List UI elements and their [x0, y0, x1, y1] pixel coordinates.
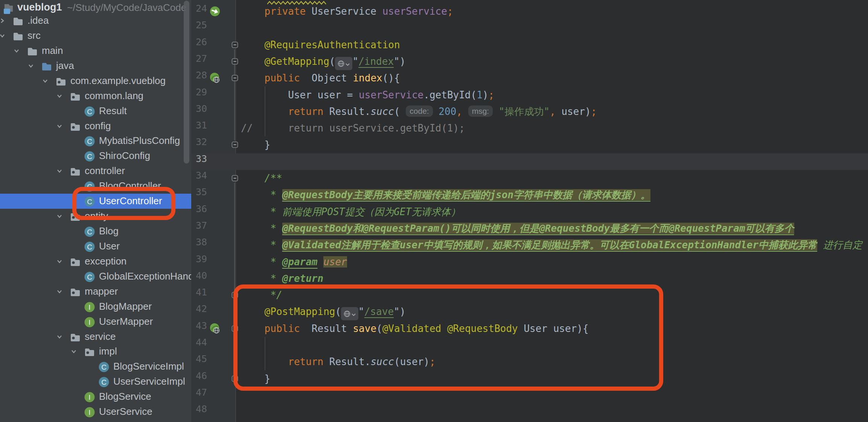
line-number-47[interactable]: 47: [187, 387, 207, 398]
code-line-34[interactable]: /**: [241, 170, 282, 187]
line-number-39[interactable]: 39: [187, 254, 207, 265]
chevron-down-icon[interactable]: [56, 92, 63, 100]
code-line-36[interactable]: * 前端使用POST提交（因为GET无请求体）: [241, 203, 460, 220]
chevron-down-icon[interactable]: [56, 122, 63, 130]
code-line-40[interactable]: * @return: [241, 270, 323, 287]
code-line-26[interactable]: @RequiresAuthentication: [241, 37, 400, 53]
line-number-24[interactable]: 24: [187, 3, 207, 14]
line-number-31[interactable]: 31: [187, 120, 207, 131]
tree-item-exception[interactable]: exception: [0, 254, 191, 269]
tree-item-config[interactable]: config: [0, 119, 191, 134]
code-line-46[interactable]: }: [241, 370, 270, 387]
tree-item-Blog[interactable]: CBlog: [0, 224, 191, 239]
code-line-43[interactable]: public Result save(@Validated @RequestBo…: [241, 320, 589, 337]
mapping-url-chip[interactable]: [335, 57, 352, 70]
fold-close-marker[interactable]: [231, 375, 239, 383]
tree-item-BlogController[interactable]: CBlogController: [0, 179, 191, 194]
mapping-icon[interactable]: [209, 323, 221, 334]
tree-item-impl[interactable]: impl: [0, 344, 191, 359]
code-line-38[interactable]: * @Validated注解用于检查user中填写的规则，如果不满足则抛出异常。…: [241, 237, 862, 253]
mapping-url-chip[interactable]: [341, 307, 358, 320]
tree-item-com-example-vueblog[interactable]: com.example.vueblog: [0, 73, 191, 89]
code-line-29[interactable]: User user = userService.getById(1);: [241, 87, 494, 103]
chevron-down-icon[interactable]: [27, 62, 35, 70]
fold-open-marker[interactable]: [231, 324, 239, 333]
code-line-39[interactable]: * @param user: [241, 254, 347, 270]
chevron-down-icon[interactable]: [0, 32, 6, 40]
tree-item-MybatisPlusConfig[interactable]: CMybatisPlusConfig: [0, 133, 191, 148]
code-line-42[interactable]: @PostMapping("/save"): [241, 303, 405, 320]
line-number-41[interactable]: 41: [187, 287, 207, 298]
chevron-down-icon[interactable]: [56, 288, 63, 295]
code-line-32[interactable]: }: [241, 136, 270, 153]
line-number-27[interactable]: 27: [187, 53, 207, 64]
chevron-down-icon[interactable]: [56, 213, 63, 220]
line-number-38[interactable]: 38: [187, 237, 207, 248]
tree-item-User[interactable]: CUser: [0, 239, 191, 254]
tree-item-src[interactable]: src: [0, 28, 191, 43]
tree-item-ShiroConfig[interactable]: CShiroConfig: [0, 148, 191, 164]
fold-open-marker[interactable]: [231, 57, 239, 66]
line-number-33[interactable]: 33: [187, 153, 207, 164]
tree-item-UserService[interactable]: IUserService: [0, 404, 191, 419]
code-line-45[interactable]: return Result.succ(user);: [241, 353, 436, 370]
line-number-43[interactable]: 43: [187, 320, 207, 331]
code-line-28[interactable]: public Object index(){: [241, 70, 400, 86]
fold-open-marker[interactable]: [231, 74, 239, 82]
fold-close-marker[interactable]: [231, 291, 239, 299]
line-number-26[interactable]: 26: [187, 37, 207, 47]
tree-item-entity[interactable]: entity: [0, 209, 191, 224]
line-number-42[interactable]: 42: [187, 303, 207, 314]
tree-item-BlogService[interactable]: IBlogService: [0, 389, 191, 404]
fold-open-marker[interactable]: [231, 174, 239, 182]
tree-item-UserMapper[interactable]: IUserMapper: [0, 314, 191, 329]
chevron-down-icon[interactable]: [56, 167, 63, 175]
tree-item-mapper[interactable]: mapper: [0, 284, 191, 299]
tree-item-controller[interactable]: controller: [0, 164, 191, 179]
code-line-27[interactable]: @GetMapping("/index"): [241, 53, 405, 70]
chevron-down-icon[interactable]: [56, 258, 63, 265]
mapping-icon[interactable]: [209, 72, 221, 84]
tree-item-GlobalExceptionHandler[interactable]: CGlobalExceptionHandler: [0, 269, 191, 284]
line-number-45[interactable]: 45: [187, 353, 207, 364]
line-number-25[interactable]: 25: [187, 20, 207, 31]
line-number-32[interactable]: 32: [187, 136, 207, 147]
tree-item-label: UserMapper: [99, 316, 153, 327]
fold-close-marker[interactable]: [231, 141, 239, 149]
tree-item-UserServiceImpl[interactable]: CUserServiceImpl: [0, 374, 191, 389]
code-token: [462, 106, 468, 117]
tree-item-common-lang[interactable]: common.lang: [0, 89, 191, 104]
tree-item-BlogMapper[interactable]: IBlogMapper: [0, 299, 191, 314]
tree-item-java[interactable]: java: [0, 58, 191, 73]
fold-open-marker[interactable]: [231, 41, 239, 49]
code-line-30[interactable]: return Result.succ( code: 200, msg: "操作成…: [241, 103, 597, 120]
line-number-36[interactable]: 36: [187, 203, 207, 214]
spring-arrow-icon[interactable]: [209, 6, 221, 17]
chevron-down-icon[interactable]: [70, 348, 78, 355]
line-number-29[interactable]: 29: [187, 87, 207, 98]
tree-item-BlogServiceImpl[interactable]: CBlogServiceImpl: [0, 359, 191, 374]
project-title-row[interactable]: vueblog1 ~/Study/MyCode/JavaCode: [0, 0, 191, 15]
chevron-down-icon[interactable]: [41, 77, 49, 85]
line-number-44[interactable]: 44: [187, 337, 207, 348]
line-number-48[interactable]: 48: [187, 404, 207, 414]
line-number-40[interactable]: 40: [187, 270, 207, 281]
tree-item-main[interactable]: main: [0, 43, 191, 58]
line-number-30[interactable]: 30: [187, 103, 207, 114]
tree-item-UserController[interactable]: CUserController: [0, 194, 191, 209]
line-number-37[interactable]: 37: [187, 220, 207, 231]
chevron-down-icon[interactable]: [13, 47, 20, 55]
line-number-28[interactable]: 28: [187, 70, 207, 81]
chevron-right-icon[interactable]: [0, 17, 6, 24]
line-number-34[interactable]: 34: [187, 170, 207, 181]
chevron-down-icon[interactable]: [56, 333, 63, 341]
code-line-37[interactable]: * @RequestBody和@RequestParam()可以同时使用，但是@…: [241, 220, 794, 237]
code-line-31[interactable]: // return userService.getById(1);: [241, 120, 465, 136]
tree-item-service[interactable]: service: [0, 329, 191, 344]
code-line-35[interactable]: * @RequestBody主要用来接受前端传递给后端的json字符串中数据（请…: [241, 187, 650, 203]
tree-item--idea[interactable]: .idea: [0, 13, 191, 28]
line-number-46[interactable]: 46: [187, 370, 207, 381]
tree-item-Result[interactable]: CResult: [0, 104, 191, 119]
line-number-35[interactable]: 35: [187, 187, 207, 197]
code-line-41[interactable]: */: [241, 287, 282, 303]
